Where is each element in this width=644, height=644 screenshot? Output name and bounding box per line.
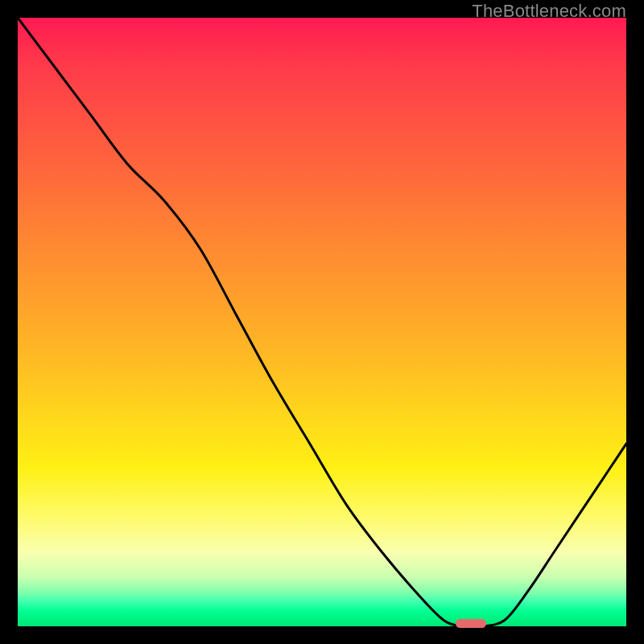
- bottleneck-curve: [18, 18, 626, 626]
- curve-path: [18, 18, 626, 626]
- optimal-marker: [456, 619, 486, 628]
- plot-area: [18, 18, 626, 626]
- chart-frame: TheBottleneck.com: [0, 0, 644, 644]
